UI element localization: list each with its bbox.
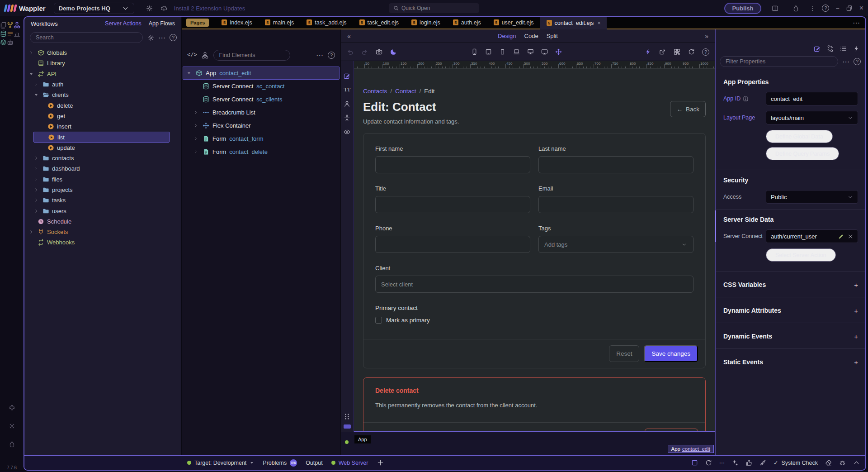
pro-features[interactable] bbox=[9, 441, 15, 449]
element-breadcrumb-tag[interactable]: App bbox=[354, 435, 371, 443]
tree-chevron-icon[interactable] bbox=[34, 156, 38, 161]
sitemap-icon[interactable] bbox=[202, 52, 209, 59]
access-select[interactable]: Public bbox=[766, 190, 858, 204]
device-laptop-icon[interactable] bbox=[513, 48, 520, 56]
tree-chevron-icon[interactable] bbox=[34, 209, 38, 213]
tree-chevron-icon[interactable] bbox=[34, 167, 38, 171]
tree-chevron-icon[interactable] bbox=[193, 136, 198, 141]
more-options-icon[interactable]: ⋯ bbox=[316, 51, 323, 60]
expand-plus-icon[interactable]: + bbox=[854, 358, 858, 366]
expand-plus-icon[interactable]: + bbox=[854, 281, 858, 289]
project-selector[interactable]: Demo Projects HQ bbox=[54, 3, 134, 14]
section-static-events[interactable]: Static Events+ bbox=[723, 355, 858, 369]
edit-mode-icon[interactable] bbox=[344, 72, 351, 79]
refresh-icon[interactable] bbox=[705, 459, 712, 467]
code-view-icon[interactable]: </> bbox=[187, 52, 197, 58]
define-query-params-button[interactable]: Define Query Params bbox=[766, 147, 839, 160]
queue-manager[interactable] bbox=[7, 31, 14, 38]
add-panel-icon[interactable] bbox=[377, 459, 384, 467]
help-icon[interactable]: ? bbox=[854, 58, 861, 65]
tree-item-update[interactable]: update bbox=[24, 143, 181, 153]
collapse-left-icon[interactable]: « bbox=[347, 33, 351, 40]
text-input[interactable] bbox=[375, 196, 530, 213]
tree-chevron-icon[interactable] bbox=[34, 198, 38, 203]
tab-server-actions[interactable]: Server Actions bbox=[105, 20, 142, 27]
tree-chevron-icon[interactable] bbox=[33, 92, 38, 98]
quick-open-input[interactable]: Quick Open bbox=[389, 3, 479, 13]
tree-item-auth[interactable]: auth bbox=[24, 79, 181, 90]
install-updates-link[interactable]: Install 2 Extension Updates bbox=[174, 5, 245, 12]
tree-chevron-icon[interactable] bbox=[29, 51, 33, 55]
clear-icon[interactable] bbox=[848, 234, 853, 239]
accessibility-icon[interactable] bbox=[344, 114, 351, 121]
extension-updates-icon[interactable] bbox=[160, 5, 168, 12]
tree-item-contacts[interactable]: contacts bbox=[24, 153, 181, 163]
tree-item-globals[interactable]: Globals bbox=[24, 48, 181, 58]
text-input[interactable] bbox=[375, 236, 530, 253]
device-phone-small-icon[interactable] bbox=[499, 48, 506, 56]
chevron-up-icon[interactable] bbox=[853, 459, 860, 467]
file-tab-login-ejs[interactable]: 5login.ejs bbox=[405, 16, 447, 29]
screenshot-icon[interactable] bbox=[375, 48, 382, 56]
layout-page-select[interactable]: layouts/main bbox=[766, 111, 858, 124]
tree-item-get[interactable]: get bbox=[24, 111, 181, 121]
panel-resize-handle[interactable] bbox=[715, 29, 716, 455]
events-bolt-icon[interactable] bbox=[853, 45, 860, 52]
tree-item-clients[interactable]: clients bbox=[24, 90, 181, 100]
file-tab-task_add-ejs[interactable]: 5task_add.ejs bbox=[300, 16, 353, 29]
tree-item-dashboard[interactable]: dashboard bbox=[24, 163, 181, 174]
filter-properties-input[interactable]: Filter Properties bbox=[720, 56, 838, 67]
eraser-icon[interactable] bbox=[825, 459, 832, 467]
tree-item-users[interactable]: users bbox=[24, 205, 181, 216]
redo-icon[interactable] bbox=[361, 48, 368, 56]
selection-badge[interactable]: App contact_edit bbox=[668, 445, 714, 453]
grid-handle-icon[interactable] bbox=[344, 413, 351, 420]
file-tab-index-ejs[interactable]: 5index.ejs bbox=[215, 16, 258, 29]
tree-item-delete[interactable]: delete bbox=[24, 100, 181, 110]
app-flows-panel[interactable] bbox=[7, 22, 14, 30]
tree-item-files[interactable]: files bbox=[24, 174, 181, 185]
kebab-menu-icon[interactable]: ⋮ bbox=[809, 5, 816, 11]
text-tool-icon[interactable]: TT bbox=[344, 86, 350, 93]
help-icon[interactable]: ? bbox=[702, 48, 709, 56]
tab-app-flows[interactable]: App Flows bbox=[149, 20, 175, 27]
file-tab-auth-ejs[interactable]: 5auth.ejs bbox=[447, 16, 487, 29]
device-desktop-icon[interactable] bbox=[527, 48, 534, 56]
settings-gear-icon[interactable] bbox=[146, 5, 153, 12]
tree-chevron-icon[interactable] bbox=[34, 82, 38, 86]
find-elements-input[interactable]: Find Elements bbox=[213, 50, 290, 61]
device-phone-icon[interactable] bbox=[471, 48, 478, 56]
section-dynamic-attributes[interactable]: Dynamic Attributes+ bbox=[723, 304, 858, 317]
app-id-input[interactable]: contact_edit bbox=[766, 92, 858, 105]
feedback-icon[interactable] bbox=[745, 459, 753, 467]
select-tool-icon[interactable] bbox=[691, 459, 698, 467]
file-tab-task_edit-ejs[interactable]: 5task_edit.ejs bbox=[353, 16, 405, 29]
text-input[interactable] bbox=[375, 156, 530, 173]
refresh-icon[interactable] bbox=[688, 48, 695, 56]
dom-item-contact_delete[interactable]: Formcontact_delete bbox=[182, 145, 340, 158]
client-select[interactable]: Select client bbox=[375, 276, 693, 293]
dom-item-breadcrumb-list[interactable]: Breadcrumb List bbox=[182, 106, 340, 119]
dom-item-sc_clients[interactable]: Server Connectsc_clients bbox=[182, 93, 340, 106]
reset-button[interactable]: Reset bbox=[609, 345, 639, 362]
tree-chevron-icon[interactable] bbox=[193, 149, 198, 154]
pages-button[interactable]: Pages bbox=[186, 19, 209, 27]
tree-item-sockets[interactable]: Sockets bbox=[24, 227, 181, 237]
reports-panel[interactable] bbox=[14, 31, 20, 38]
device-widescreen-icon[interactable] bbox=[541, 48, 548, 56]
file-tab-contact_edit-ejs[interactable]: 5contact_edit.ejs× bbox=[540, 16, 607, 29]
dom-item-sc_contact[interactable]: Server Connectsc_contact bbox=[182, 80, 340, 93]
device-tablet-icon[interactable] bbox=[485, 48, 492, 56]
dom-item-contact_form[interactable]: Formcontact_form bbox=[182, 132, 340, 145]
tree-item-schedule[interactable]: Schedule bbox=[24, 216, 181, 227]
dom-item-contact_edit[interactable]: Appcontact_edit bbox=[183, 67, 340, 80]
theme-droplet-icon[interactable] bbox=[792, 5, 799, 12]
more-options-icon[interactable]: ⋯ bbox=[719, 459, 725, 466]
cleanup-brush-icon[interactable] bbox=[760, 459, 767, 467]
open-in-browser-icon[interactable] bbox=[659, 48, 666, 56]
more-options-icon[interactable]: ⋯ bbox=[842, 57, 849, 66]
tree-item-api[interactable]: API bbox=[24, 69, 181, 79]
tree-settings-icon[interactable] bbox=[147, 34, 154, 41]
save-changes-button[interactable]: Save changes bbox=[644, 345, 698, 362]
text-input[interactable] bbox=[538, 156, 693, 173]
